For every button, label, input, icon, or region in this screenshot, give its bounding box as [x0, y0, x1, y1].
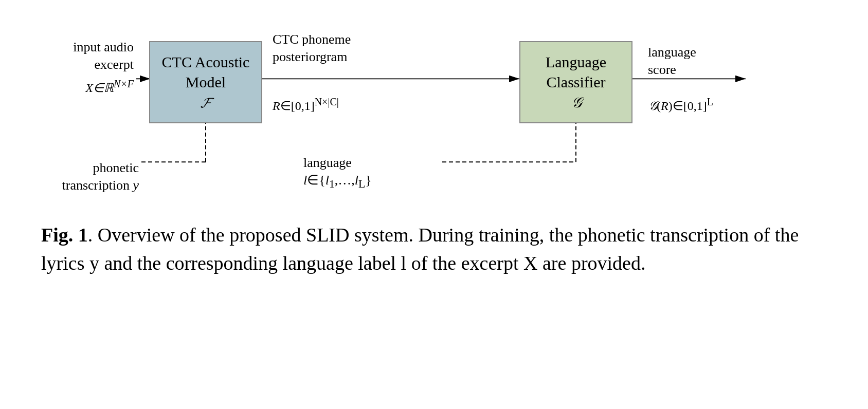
x-math-label: X∈ℝN×F	[15, 77, 134, 96]
acoustic-box-label: CTC Acoustic	[162, 53, 250, 70]
caption-body: . Overview of the proposed SLID system. …	[41, 224, 799, 274]
fig-label: Fig. 1	[41, 224, 88, 246]
r-math-label: R∈[0,1]N×|C|	[273, 95, 427, 114]
acoustic-model-box: CTC Acoustic Model 𝓕	[149, 41, 262, 123]
input-audio-label: input audioexcerpt	[15, 39, 134, 73]
caption-area: Fig. 1. Overview of the proposed SLID sy…	[41, 221, 823, 277]
gr-math-label: 𝒢(R)∈[0,1]L	[648, 95, 792, 114]
diagram-content: CTC Acoustic Model 𝓕 Language Classifier…	[0, 10, 868, 216]
caption-text: Fig. 1. Overview of the proposed SLID sy…	[41, 221, 823, 277]
classifier-box-label2: Classifier	[547, 73, 606, 90]
language-label: languagel∈{l1,…,lL}	[303, 154, 437, 191]
language-score-label: languagescore	[648, 44, 751, 79]
acoustic-box-label2: Model	[186, 73, 226, 90]
ctc-phoneme-label: CTC phonemeposteriorgram	[273, 31, 411, 66]
language-classifier-box: Language Classifier 𝒢	[519, 41, 632, 123]
acoustic-box-label3: 𝓕	[201, 95, 211, 110]
classifier-box-label: Language	[546, 53, 606, 70]
diagram-area: CTC Acoustic Model 𝓕 Language Classifier…	[0, 10, 868, 226]
classifier-box-label3: 𝒢	[571, 95, 581, 110]
phonetic-label: phonetictranscription y	[15, 159, 139, 194]
